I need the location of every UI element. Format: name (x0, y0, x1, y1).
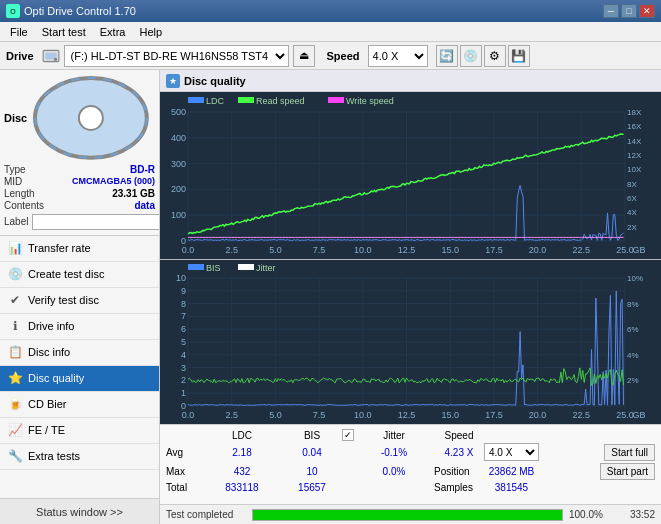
disc-info-icon: 📋 (8, 345, 22, 359)
disc-title: Disc (4, 112, 27, 124)
sidebar: Disc Type BD-R MID CMCMAGBA5 (000) Lengt… (0, 70, 160, 524)
disc-contents-label: Contents (4, 200, 44, 211)
sidebar-item-disc-info[interactable]: 📋 Disc info (0, 340, 159, 366)
drive-select[interactable]: (F:) HL-DT-ST BD-RE WH16NS58 TST4 (64, 45, 289, 67)
sidebar-item-disc-quality[interactable]: ⭐ Disc quality (0, 366, 159, 392)
sidebar-item-label: Extra tests (28, 450, 80, 462)
sidebar-item-label: CD Bier (28, 398, 67, 410)
disc-mid-value: CMCMAGBA5 (000) (72, 176, 155, 187)
stats-area: LDC BIS ✓ Jitter Speed Avg 2.18 0.04 -0.… (160, 424, 661, 504)
disc-contents-row: Contents data (4, 200, 155, 211)
toolbar-icons: 🔄 💿 ⚙ 💾 (436, 45, 530, 67)
samples-value: 381545 (484, 482, 539, 493)
disc-label-row: Label 🔍 (4, 213, 155, 231)
start-part-button[interactable]: Start part (600, 463, 655, 480)
progress-bar (252, 509, 563, 521)
total-ldc-value: 833118 (202, 482, 282, 493)
disc-panel: Disc Type BD-R MID CMCMAGBA5 (000) Lengt… (0, 70, 159, 236)
refresh-icon[interactable]: 🔄 (436, 45, 458, 67)
status-window-label: Status window >> (36, 506, 123, 518)
minimize-button[interactable]: ─ (603, 4, 619, 18)
title-bar: O Opti Drive Control 1.70 ─ □ ✕ (0, 0, 661, 22)
sidebar-item-cd-bier[interactable]: 🍺 CD Bier (0, 392, 159, 418)
menu-bar: File Start test Extra Help (0, 22, 661, 42)
svg-point-2 (53, 57, 56, 60)
create-disc-icon: 💿 (8, 267, 22, 281)
extra-tests-icon: 🔧 (8, 449, 22, 463)
sidebar-item-label: FE / TE (28, 424, 65, 436)
main-layout: Disc Type BD-R MID CMCMAGBA5 (000) Lengt… (0, 70, 661, 524)
app-title: Opti Drive Control 1.70 (24, 5, 136, 17)
burn-icon[interactable]: 💿 (460, 45, 482, 67)
total-bis-value: 15657 (282, 482, 342, 493)
disc-contents-value: data (134, 200, 155, 211)
save-icon[interactable]: 💾 (508, 45, 530, 67)
progress-time: 33:52 (615, 509, 655, 520)
settings-icon[interactable]: ⚙ (484, 45, 506, 67)
content-header: ★ Disc quality (160, 70, 661, 92)
sidebar-item-label: Create test disc (28, 268, 104, 280)
position-label: Position (434, 466, 484, 477)
drive-label: Drive (6, 50, 34, 62)
samples-label: Samples (434, 482, 484, 493)
avg-label: Avg (166, 447, 202, 458)
chart1-canvas (160, 92, 661, 259)
sidebar-item-drive-info[interactable]: ℹ Drive info (0, 314, 159, 340)
sidebar-item-fe-te[interactable]: 📈 FE / TE (0, 418, 159, 444)
max-bis-value: 10 (282, 466, 342, 477)
menu-help[interactable]: Help (133, 24, 168, 40)
maximize-button[interactable]: □ (621, 4, 637, 18)
menu-start-test[interactable]: Start test (36, 24, 92, 40)
sidebar-item-label: Disc quality (28, 372, 84, 384)
title-bar-controls[interactable]: ─ □ ✕ (603, 4, 655, 18)
disc-quality-icon: ⭐ (8, 371, 22, 385)
title-bar-left: O Opti Drive Control 1.70 (6, 4, 136, 18)
disc-label-input[interactable] (32, 214, 160, 230)
disc-type-label: Type (4, 164, 26, 175)
speed-value: 4.23 X (434, 447, 484, 458)
disc-length-row: Length 23.31 GB (4, 188, 155, 199)
sidebar-item-label: Disc info (28, 346, 70, 358)
disc-label-label: Label (4, 216, 28, 227)
close-button[interactable]: ✕ (639, 4, 655, 18)
sidebar-item-label: Transfer rate (28, 242, 91, 254)
sidebar-item-create-test-disc[interactable]: 💿 Create test disc (0, 262, 159, 288)
content-area: ★ Disc quality LDC BIS ✓ (160, 70, 661, 524)
stats-header-row: LDC BIS ✓ Jitter Speed (166, 429, 655, 441)
avg-jitter-value: -0.1% (354, 447, 434, 458)
progress-bar-fill (253, 510, 562, 520)
stats-speed-header: Speed (434, 430, 484, 441)
jitter-check-icon: ✓ (342, 429, 354, 441)
charts-container (160, 92, 661, 424)
app-icon: O (6, 4, 20, 18)
eject-button[interactable]: ⏏ (293, 45, 315, 67)
avg-bis-value: 0.04 (282, 447, 342, 458)
start-full-button[interactable]: Start full (604, 444, 655, 461)
status-window-button[interactable]: Status window >> (0, 498, 159, 524)
sidebar-item-extra-tests[interactable]: 🔧 Extra tests (0, 444, 159, 470)
speed-select[interactable]: 4.0 X (368, 45, 428, 67)
stats-avg-row: Avg 2.18 0.04 -0.1% 4.23 X 4.0 X Start f… (166, 443, 655, 461)
position-value: 23862 MB (484, 466, 539, 477)
avg-ldc-value: 2.18 (202, 447, 282, 458)
drive-bar: Drive (F:) HL-DT-ST BD-RE WH16NS58 TST4 … (0, 42, 661, 70)
speed-label: Speed (327, 50, 360, 62)
progress-area: Test completed 100.0% 33:52 (160, 504, 661, 524)
nav-items: 📊 Transfer rate 💿 Create test disc ✔ Ver… (0, 236, 159, 498)
stats-jitter-header: Jitter (354, 430, 434, 441)
menu-extra[interactable]: Extra (94, 24, 132, 40)
stats-ldc-header: LDC (202, 430, 282, 441)
verify-disc-icon: ✔ (8, 293, 22, 307)
sidebar-item-transfer-rate[interactable]: 📊 Transfer rate (0, 236, 159, 262)
max-label: Max (166, 466, 202, 477)
sidebar-item-verify-test-disc[interactable]: ✔ Verify test disc (0, 288, 159, 314)
jitter-checkbox[interactable]: ✓ (342, 429, 354, 441)
sidebar-item-label: Verify test disc (28, 294, 99, 306)
menu-file[interactable]: File (4, 24, 34, 40)
drive-info-icon: ℹ (8, 319, 22, 333)
speed-select-stats[interactable]: 4.0 X (484, 443, 539, 461)
chart2-canvas (160, 260, 661, 424)
svg-point-4 (79, 106, 103, 130)
cd-bier-icon: 🍺 (8, 397, 22, 411)
chart2-container (160, 260, 661, 424)
